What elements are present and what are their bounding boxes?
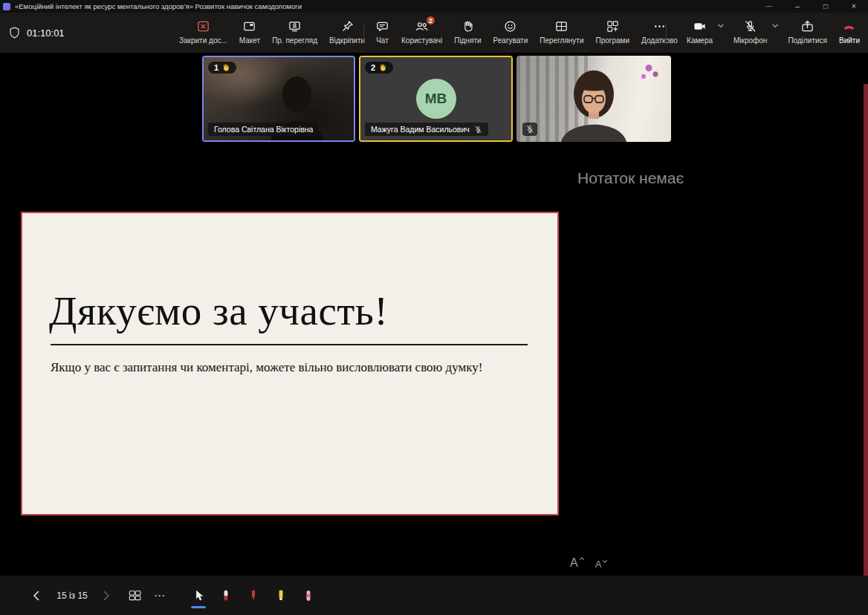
apps-icon [606,19,620,33]
leave-icon [842,19,856,33]
font-decrease-label: A [595,559,602,570]
presentation-slide[interactable]: Дякуємо за участь! Якщо у вас є запитанн… [21,212,559,515]
leave-button[interactable]: Вийти [834,13,865,53]
participants-label: Користувачі [401,37,442,45]
view-icon [554,19,569,33]
caret-down-icon [602,559,608,564]
microphone-button[interactable]: Мікрофон [728,13,781,53]
leave-label: Вийти [839,37,860,45]
close-content-button[interactable]: Закрити дос... [174,13,233,53]
react-label: Реагувати [493,37,528,45]
toolbar-separator [363,23,364,42]
meeting-actions: Чат 2 Користувачі Підняти [370,13,683,53]
shield-icon [7,26,22,40]
maximize-button[interactable]: □ [812,0,840,13]
eraser-tool[interactable] [300,585,317,607]
caret-up-icon [579,556,585,562]
bottom-more-button[interactable]: ⋯ [150,576,169,615]
raised-hand-icon [378,63,387,72]
minimize-button[interactable]: – [783,0,812,13]
font-increase-label: A [570,556,578,570]
camera-button[interactable]: Камера [681,13,727,53]
close-content-label: Закрити дос... [179,37,227,45]
pen-tool[interactable] [245,585,262,607]
camera-label: Камера [687,37,713,45]
participant-tile-self[interactable] [516,56,671,142]
avatar: МВ [416,79,456,119]
highlighter-tool[interactable] [273,585,289,607]
more-options-button[interactable]: Додатково [636,13,683,53]
annotation-tools [190,576,317,615]
laser-pointer-tool[interactable] [218,585,234,607]
meeting-timer: 01:10:01 [7,13,65,53]
notes-font-controls: A A [570,556,608,570]
chevron-left-icon [31,590,42,602]
font-decrease-button[interactable]: A [595,559,609,570]
shared-content-edge [864,84,868,615]
camera-icon [693,19,707,33]
microphone-label: Мікрофон [733,37,767,45]
participant-tile[interactable]: МВ 2 Мажуга Вадим Васильович [359,56,513,142]
unpin-icon [340,19,354,33]
mic-off-icon [525,125,534,134]
participant-name-pill: Мажуга Вадим Васильович [365,123,488,136]
title-bar: «Емоційний інтелект як ресурс ментальног… [0,0,868,13]
previous-slide-button[interactable] [28,576,45,615]
view-button[interactable]: Переглянути [534,13,589,53]
meeting-toolbar: 01:10:01 Закрити дос... Макет [0,13,868,53]
share-button[interactable]: Поділитися [783,13,832,53]
pointer-icon [192,588,205,603]
presentation-bottom-bar: 15 із 15 ⋯ [0,576,868,615]
raise-hand-order-badge: 1 [208,62,236,74]
app-icon [3,3,10,10]
raise-hand-order-badge: 2 [365,62,393,74]
close-button[interactable]: × [840,0,868,13]
device-controls: Камера Мікрофон [681,13,865,53]
next-slide-button[interactable] [98,576,114,615]
view-label: Переглянути [540,37,583,45]
presenter-view-button[interactable]: Пр. перегляд [267,13,323,53]
slide-page-indicator: 15 із 15 [49,576,95,615]
pointer-tool[interactable] [190,585,207,607]
more-options-label: Додатково [641,37,678,45]
toolbar-separator [666,23,667,42]
mic-off-icon [474,126,482,134]
raise-order-number: 1 [214,63,218,72]
layout-label: Макет [239,37,260,45]
chevron-down-icon[interactable] [771,22,779,29]
chat-button[interactable]: Чат [370,13,395,53]
slide-body-text: Якщо у вас є запитання чи коментарі, мож… [51,360,482,375]
teams-meeting-window: «Емоційний інтелект як ресурс ментальног… [0,0,868,615]
participant-tile[interactable]: 1 Голова Світлана Вікторівна [202,56,355,142]
raised-hand-icon [221,63,230,72]
participant-name: Мажуга Вадим Васильович [371,125,470,134]
window-title: «Емоційний інтелект як ресурс ментальног… [15,2,302,10]
unpin-label: Відкріпити [329,37,365,45]
pink-eraser-icon [302,588,314,604]
close-content-icon [196,19,210,33]
layout-button[interactable]: Макет [234,13,265,53]
raise-hand-icon [461,19,475,33]
participants-button[interactable]: 2 Користувачі [396,13,447,53]
slide-grid-button[interactable] [125,576,144,615]
meeting-stage: 1 Голова Світлана Вікторівна МВ 2 Мажуга… [0,53,868,576]
slide-title-underline [51,344,528,345]
raise-order-number: 2 [371,63,375,72]
presenter-view-label: Пр. перегляд [272,37,317,45]
share-label: Поділитися [788,37,827,45]
share-icon [800,19,814,33]
raise-hand-button[interactable]: Підняти [449,13,486,53]
font-increase-button[interactable]: A [570,556,585,570]
presenter-view-icon [288,19,302,33]
raise-hand-label: Підняти [454,37,481,45]
chat-icon [375,19,389,33]
apps-label: Програми [596,37,630,45]
react-icon [503,19,517,33]
window-controls: ⋯ – □ × [755,0,868,13]
active-tool-indicator [191,606,206,608]
titlebar-more-button[interactable]: ⋯ [755,0,783,13]
apps-button[interactable]: Програми [591,13,635,53]
chevron-down-icon[interactable] [717,22,725,29]
react-button[interactable]: Реагувати [488,13,534,53]
meeting-timer-value: 01:10:01 [27,27,65,39]
